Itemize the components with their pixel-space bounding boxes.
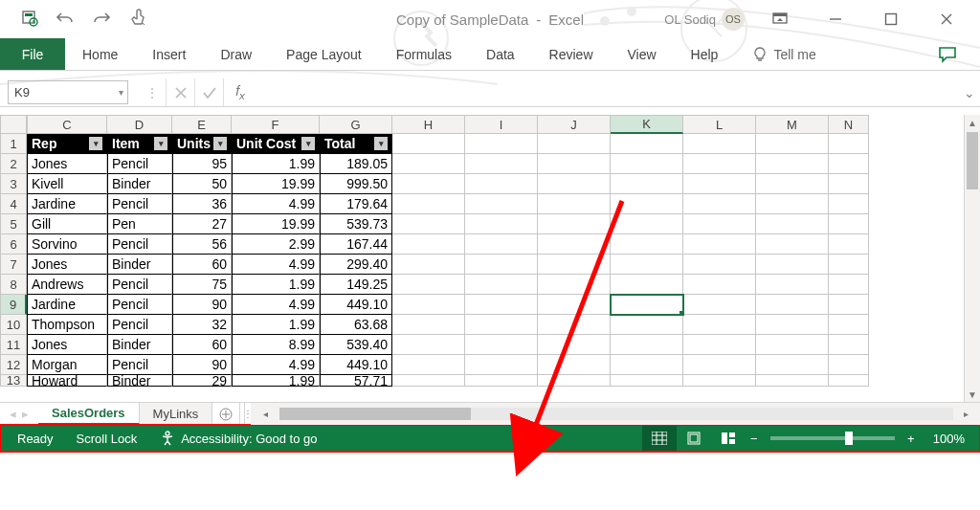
scroll-left-icon[interactable]: ◂	[256, 403, 274, 425]
ribbon-display-options-icon[interactable]	[760, 4, 800, 34]
tab-insert[interactable]: Insert	[135, 38, 203, 70]
cell-D4[interactable]: Pencil	[107, 194, 172, 214]
cell-E11[interactable]: 60	[172, 335, 232, 355]
cell-F5[interactable]: 19.99	[232, 214, 320, 234]
expand-formula-bar-icon[interactable]: ⌄	[959, 78, 980, 106]
cell-I6[interactable]	[465, 234, 538, 255]
sheet-tab-salesorders[interactable]: SalesOrders	[38, 403, 140, 425]
cell-H5[interactable]	[392, 214, 465, 234]
cell-G13[interactable]: 57.71	[320, 375, 392, 387]
cell-I12[interactable]	[465, 355, 538, 375]
row-header-12[interactable]: 12	[0, 355, 27, 375]
column-header-E[interactable]: E	[172, 115, 232, 134]
cell-G5[interactable]: 539.73	[320, 214, 392, 234]
zoom-in-button[interactable]: +	[902, 432, 920, 446]
cell-K4[interactable]	[611, 194, 683, 214]
cell-J12[interactable]	[538, 355, 611, 375]
cell-D6[interactable]: Pencil	[107, 234, 172, 255]
cell-J10[interactable]	[538, 315, 611, 335]
cell-K6[interactable]	[611, 234, 683, 255]
new-sheet-button[interactable]	[212, 403, 239, 425]
cell-I1[interactable]	[465, 134, 538, 154]
cell-G7[interactable]: 299.40	[320, 255, 392, 275]
page-layout-view-button[interactable]	[677, 425, 711, 452]
cell-J4[interactable]	[538, 194, 611, 214]
page-break-view-button[interactable]	[711, 425, 746, 452]
cell-M11[interactable]	[756, 335, 829, 355]
cell-E3[interactable]: 50	[172, 174, 232, 194]
cell-I4[interactable]	[465, 194, 538, 214]
cell-K5[interactable]	[611, 214, 683, 234]
cell-D10[interactable]: Pencil	[107, 315, 172, 335]
cell-L10[interactable]	[683, 315, 756, 335]
cell-M9[interactable]	[756, 295, 829, 315]
cell-E6[interactable]: 56	[172, 234, 232, 255]
cell-E9[interactable]: 90	[172, 295, 232, 315]
cell-N5[interactable]	[829, 214, 869, 234]
cell-J11[interactable]	[538, 335, 611, 355]
cell-H11[interactable]	[392, 335, 465, 355]
accessibility-status[interactable]: Accessibility: Good to go	[160, 431, 317, 446]
cell-G4[interactable]: 179.64	[320, 194, 392, 214]
cell-C9[interactable]: Jardine	[27, 295, 107, 315]
cell-H3[interactable]	[392, 174, 465, 194]
cell-F3[interactable]: 19.99	[232, 174, 320, 194]
cell-C11[interactable]: Jones	[27, 335, 107, 355]
cell-H8[interactable]	[392, 275, 465, 295]
zoom-level[interactable]: 100%	[933, 432, 965, 446]
row-header-7[interactable]: 7	[0, 255, 27, 275]
table-header-units[interactable]: Units▾	[172, 134, 232, 154]
column-header-J[interactable]: J	[538, 115, 611, 134]
cell-L12[interactable]	[683, 355, 756, 375]
cell-E2[interactable]: 95	[172, 154, 232, 174]
cell-L4[interactable]	[683, 194, 756, 214]
cell-K12[interactable]	[611, 355, 683, 375]
scroll-right-icon[interactable]: ▸	[957, 403, 974, 425]
cell-G9[interactable]: 449.10	[320, 295, 392, 315]
cell-N6[interactable]	[829, 234, 869, 255]
tell-me-search[interactable]: Tell me	[735, 38, 833, 70]
sheet-first-icon[interactable]: ◂	[10, 407, 16, 421]
cell-C6[interactable]: Sorvino	[27, 234, 107, 255]
cell-H7[interactable]	[392, 255, 465, 275]
cell-K13[interactable]	[611, 375, 683, 387]
cell-I3[interactable]	[465, 174, 538, 194]
account-button[interactable]: OL Sodiq OS	[664, 8, 745, 31]
row-header-8[interactable]: 8	[0, 275, 27, 295]
tab-help[interactable]: Help	[674, 38, 736, 70]
cell-N9[interactable]	[829, 295, 869, 315]
cell-C4[interactable]: Jardine	[27, 194, 107, 214]
cell-H4[interactable]	[392, 194, 465, 214]
row-header-10[interactable]: 10	[0, 315, 27, 335]
cell-M10[interactable]	[756, 315, 829, 335]
cell-C10[interactable]: Thompson	[27, 315, 107, 335]
row-header-1[interactable]: 1	[0, 134, 27, 154]
cell-I8[interactable]	[465, 275, 538, 295]
cell-M1[interactable]	[756, 134, 829, 154]
cell-D8[interactable]: Pencil	[107, 275, 172, 295]
table-header-total[interactable]: Total▾	[320, 134, 392, 154]
cell-M5[interactable]	[756, 214, 829, 234]
cell-I7[interactable]	[465, 255, 538, 275]
cell-E8[interactable]: 75	[172, 275, 232, 295]
minimize-button[interactable]	[815, 4, 856, 34]
cell-L9[interactable]	[683, 295, 756, 315]
tab-view[interactable]: View	[611, 38, 674, 70]
row-header-4[interactable]: 4	[0, 194, 27, 214]
column-header-C[interactable]: C	[27, 115, 107, 134]
cell-C5[interactable]: Gill	[27, 214, 107, 234]
table-header-rep[interactable]: Rep▾	[27, 134, 107, 154]
column-header-G[interactable]: G	[320, 115, 392, 134]
cell-M3[interactable]	[756, 174, 829, 194]
comments-icon[interactable]	[938, 38, 957, 70]
cell-F13[interactable]: 1.99	[232, 375, 320, 387]
cell-C7[interactable]: Jones	[27, 255, 107, 275]
cell-I13[interactable]	[465, 375, 538, 387]
cell-C2[interactable]: Jones	[27, 154, 107, 174]
formula-more-icon[interactable]: ⋮	[138, 78, 167, 106]
cell-J7[interactable]	[538, 255, 611, 275]
cell-C8[interactable]: Andrews	[27, 275, 107, 295]
insert-function-icon[interactable]: fx	[224, 78, 256, 106]
zoom-out-button[interactable]: −	[746, 432, 763, 446]
cell-K3[interactable]	[611, 174, 683, 194]
